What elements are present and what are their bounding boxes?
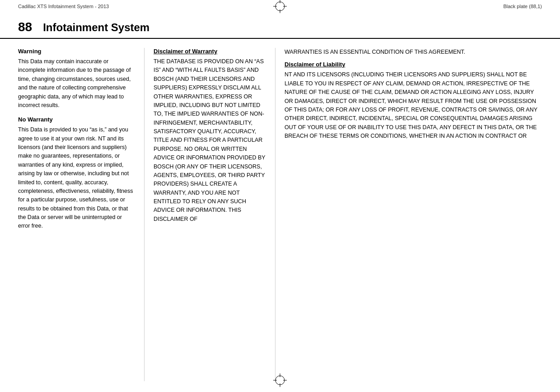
right-column: WARRANTIES IS AN ESSENTIAL CONDITION OF … (275, 48, 542, 381)
page-number: 88 (18, 20, 32, 34)
header-center (273, 0, 287, 13)
bottom-crosshair (273, 373, 287, 388)
no-warranty-body: This Data is provided to you “as is,” an… (18, 126, 135, 231)
header-left-text: Cadillac XTS Infotainment System - 2013 (18, 4, 109, 9)
header-right-text: Black plate (88,1) (503, 4, 542, 9)
disclaimer-warranty-heading: Disclaimer of Warranty (154, 48, 266, 55)
disclaimer-liability-body: NT AND ITS LICENSORS (INCLUDING THEIR LI… (285, 70, 542, 140)
warranties-text: WARRANTIES IS AN ESSENTIAL CONDITION OF … (285, 48, 542, 56)
content-area: Warning This Data may contain inaccurate… (0, 39, 560, 390)
left-column: Warning This Data may contain inaccurate… (18, 48, 145, 381)
disclaimer-warranty-body: THE DATABASE IS PROVIDED ON AN “AS IS” A… (154, 57, 266, 224)
warning-body: This Data may contain inaccurate or inco… (18, 57, 135, 110)
page-title: Infotainment System (43, 21, 149, 34)
no-warranty-heading: No Warranty (18, 116, 135, 123)
middle-column: Disclaimer of Warranty THE DATABASE IS P… (145, 48, 275, 381)
title-section: 88 Infotainment System (0, 13, 560, 39)
header: Cadillac XTS Infotainment System - 2013 … (0, 0, 560, 13)
warning-heading: Warning (18, 48, 135, 55)
bottom-crosshair-icon (273, 373, 287, 387)
crosshair-icon (273, 0, 287, 13)
page-container: Cadillac XTS Infotainment System - 2013 … (0, 0, 560, 392)
disclaimer-liability-heading: Disclaimer of Liability (285, 61, 542, 68)
